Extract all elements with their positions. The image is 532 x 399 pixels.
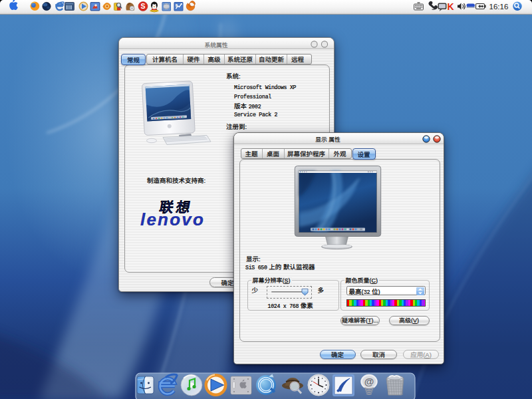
- svg-text:@: @: [364, 376, 374, 387]
- svg-text:K: K: [447, 1, 454, 12]
- svg-text:S: S: [140, 2, 145, 10]
- svg-text:16:16: 16:16: [489, 3, 509, 11]
